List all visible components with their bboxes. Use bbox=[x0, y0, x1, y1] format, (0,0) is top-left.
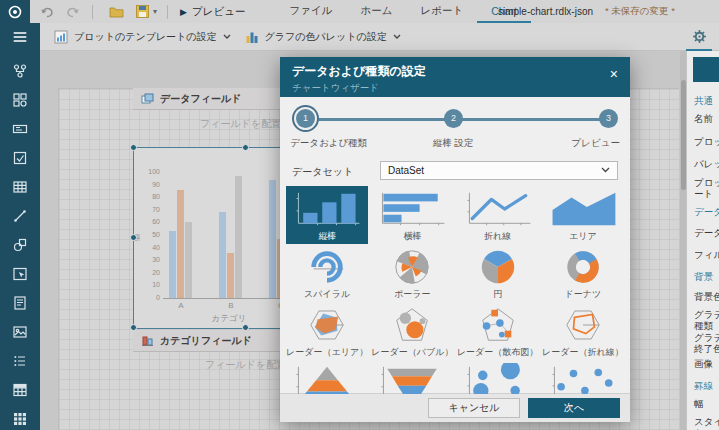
wizard-step-label-2: 縦棒 設定 bbox=[413, 137, 493, 150]
wizard-step-2[interactable]: 2 bbox=[444, 109, 463, 128]
property-label: プロッ ート bbox=[694, 177, 719, 199]
chart-type-label: レーダー（折れ線） bbox=[542, 346, 624, 359]
y-axis-tick-label: 30 bbox=[138, 256, 160, 263]
menu-tab-ファイル[interactable]: ファイル bbox=[275, 0, 346, 23]
palette-icon bbox=[245, 30, 259, 44]
chart-type-polar[interactable]: ポーラー bbox=[371, 244, 453, 302]
chart-type-label: 横棒 bbox=[403, 230, 421, 243]
sidebar-tool-container[interactable] bbox=[9, 266, 31, 282]
property-section-header[interactable]: 背景 bbox=[694, 271, 719, 282]
textbox-icon bbox=[12, 121, 28, 137]
scatter-icon bbox=[543, 363, 623, 394]
chart-type-column[interactable]: 縦棒 bbox=[286, 186, 368, 244]
top-menu-bar: ▾ ▶ プレビュー ファイルホームレポートChart simple-chart.… bbox=[0, 0, 719, 24]
funnel-icon bbox=[372, 363, 452, 394]
chevron-down-icon bbox=[393, 34, 401, 39]
radar-line-icon bbox=[543, 305, 623, 345]
chart-type-bar[interactable]: 横棒 bbox=[371, 186, 453, 244]
color-palette-dropdown[interactable]: グラフの色パレットの設定 bbox=[245, 30, 401, 44]
fill-color-swatch[interactable] bbox=[693, 57, 719, 82]
dataset-select[interactable]: DataSet bbox=[380, 161, 618, 180]
property-section-header[interactable]: 共通 bbox=[694, 95, 719, 106]
chart-type-bubble[interactable] bbox=[457, 360, 539, 394]
redo-icon[interactable] bbox=[64, 4, 82, 20]
chart-type-donut[interactable]: ドーナツ bbox=[542, 244, 624, 302]
selection-handle[interactable] bbox=[242, 144, 249, 151]
selection-handle[interactable] bbox=[130, 234, 137, 241]
menu-tab-ホーム[interactable]: ホーム bbox=[346, 0, 406, 23]
save-menu-caret-icon[interactable]: ▾ bbox=[153, 7, 157, 16]
unsaved-changes-indicator: * 未保存の変更 * bbox=[605, 5, 675, 18]
sidebar-tool-tablix[interactable] bbox=[9, 382, 31, 398]
chart-type-label: ドーナツ bbox=[565, 288, 602, 301]
sidebar-tool-org-chart[interactable] bbox=[9, 63, 31, 79]
spiral-icon bbox=[287, 247, 367, 287]
bar-series-gray-A bbox=[185, 222, 192, 298]
sidebar-tool-image[interactable] bbox=[9, 324, 31, 340]
toolbar-separator bbox=[167, 5, 168, 19]
sidebar-tool-list[interactable] bbox=[9, 353, 31, 369]
bar-series-orange-B bbox=[227, 253, 234, 298]
chart-type-label: ポーラー bbox=[394, 288, 430, 301]
chart-type-scatter[interactable] bbox=[542, 360, 624, 394]
chart-type-line[interactable]: 折れ線 bbox=[457, 186, 539, 244]
dialog-body: 1データおよび種類2縦棒 設定3プレビュー データセット DataSet 縦棒横… bbox=[280, 97, 630, 393]
wizard-step-1[interactable]: 1 bbox=[296, 109, 315, 128]
palette-label: グラフの色パレットの設定 bbox=[265, 30, 387, 44]
menu-tab-レポート[interactable]: レポート bbox=[406, 0, 477, 23]
close-icon[interactable]: × bbox=[610, 67, 618, 81]
app-logo[interactable] bbox=[0, 0, 30, 23]
wizard-step-3[interactable]: 3 bbox=[599, 109, 618, 128]
chart-type-label: エリア bbox=[569, 230, 597, 243]
sidebar-tool-subreport[interactable] bbox=[9, 295, 31, 311]
x-axis-tick-label: A bbox=[171, 301, 191, 310]
save-icon[interactable] bbox=[133, 4, 151, 20]
sidebar-tool-checkbox[interactable] bbox=[9, 150, 31, 166]
dataset-label: データセット bbox=[292, 165, 353, 179]
radar-scatter-icon bbox=[458, 305, 538, 345]
plot-template-icon bbox=[54, 30, 68, 44]
tablix-icon bbox=[12, 382, 28, 398]
chart-type-radar-line[interactable]: レーダー（折れ線） bbox=[542, 302, 624, 360]
property-section-header[interactable]: データ bbox=[694, 206, 719, 217]
cancel-button[interactable]: キャンセル bbox=[428, 398, 520, 418]
y-axis-tick-label: 40 bbox=[138, 244, 160, 251]
properties-gear-icon[interactable] bbox=[688, 26, 710, 48]
next-button[interactable]: 次へ bbox=[528, 398, 620, 418]
sidebar-tool-line[interactable] bbox=[9, 208, 31, 224]
property-section-header[interactable]: 罫線 bbox=[694, 380, 719, 391]
sidebar-tool-layout[interactable] bbox=[9, 92, 31, 108]
property-label: グラデ 種類 bbox=[694, 309, 719, 331]
chart-type-grid: 縦棒横棒折れ線エリアスパイラルポーラー円ドーナツレーダー（エリア）レーダー（バブ… bbox=[286, 186, 624, 394]
chevron-down-icon bbox=[223, 34, 231, 39]
selection-handle[interactable] bbox=[130, 144, 137, 151]
properties-panel: 共通名前プロッパレップロッ ートデータデータフィル背景背景色グラデ 種類グラデ … bbox=[686, 50, 719, 430]
chart-type-pyramid[interactable] bbox=[286, 360, 368, 394]
column-icon bbox=[287, 189, 367, 229]
shape-icon bbox=[12, 237, 28, 253]
radar-bubble-icon bbox=[372, 305, 452, 345]
chart-type-spiral[interactable]: スパイラル bbox=[286, 244, 368, 302]
open-file-icon[interactable] bbox=[107, 4, 125, 20]
sidebar-tool-table[interactable] bbox=[9, 179, 31, 195]
chart-type-radar-area[interactable]: レーダー（エリア） bbox=[286, 302, 368, 360]
preview-button[interactable]: ▶ プレビュー bbox=[180, 5, 245, 19]
y-axis-tick-label: 60 bbox=[138, 218, 160, 225]
chart-type-area[interactable]: エリア bbox=[542, 186, 624, 244]
bar-series-blue-A bbox=[169, 231, 176, 298]
chart-type-funnel[interactable] bbox=[371, 360, 453, 394]
sidebar-tool-matrix[interactable] bbox=[9, 411, 31, 427]
list-icon bbox=[12, 353, 28, 369]
sidebar-tool-textbox[interactable] bbox=[9, 121, 31, 137]
chart-type-pie[interactable]: 円 bbox=[457, 244, 539, 302]
chart-type-radar-bubble[interactable]: レーダー（バブル） bbox=[371, 302, 453, 360]
sidebar-menu-button[interactable] bbox=[0, 23, 40, 50]
sidebar-tool-shape[interactable] bbox=[9, 237, 31, 253]
radar-area-icon bbox=[287, 305, 367, 345]
chart-type-radar-scatter[interactable]: レーダー（散布図） bbox=[457, 302, 539, 360]
undo-icon[interactable] bbox=[38, 4, 56, 20]
file-name: simple-chart.rdlx-json bbox=[498, 6, 593, 17]
toolbar-separator bbox=[92, 5, 93, 19]
org-chart-icon bbox=[12, 63, 28, 79]
plot-template-dropdown[interactable]: プロットのテンプレートの設定 bbox=[54, 30, 231, 44]
